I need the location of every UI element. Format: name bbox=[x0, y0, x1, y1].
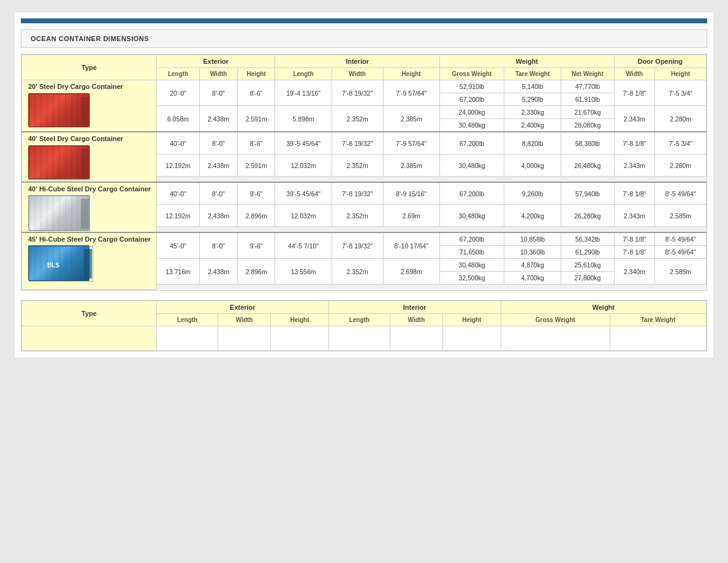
bottom-empty-type bbox=[22, 326, 157, 350]
container-45hc-svg: BLS bbox=[29, 246, 93, 282]
container-40-illustration bbox=[28, 145, 89, 179]
c20-ext-height: 8'-6" bbox=[237, 80, 275, 106]
c20-door-width1: 7'-8 1/8" bbox=[614, 80, 655, 106]
c40hc-ext-width-m: 2.438m bbox=[200, 205, 238, 227]
c40hc-ext-length-m: 12.192m bbox=[157, 205, 200, 227]
c45hc-net1: 56,342lb bbox=[561, 232, 614, 246]
c45hc-gross3: 30,480kg bbox=[439, 259, 504, 272]
svg-rect-44 bbox=[84, 249, 92, 278]
bottom-empty-1 bbox=[157, 326, 218, 350]
c40hc-int-height: 8'-9 15/16" bbox=[383, 182, 439, 205]
door-opening-header: Door Opening bbox=[614, 55, 706, 68]
container-45hc-illustration: BLS bbox=[28, 245, 89, 281]
c20-gross1: 52,910lb bbox=[439, 80, 504, 93]
container-20-label: 20' Steel Dry Cargo Container bbox=[28, 83, 123, 90]
c20-int-height-m: 2.385m bbox=[383, 106, 439, 132]
net-weight-header: Net Weight bbox=[561, 68, 614, 80]
c40hc-tare2: 4,200kg bbox=[504, 205, 561, 227]
c40hc-gross1: 67,200lb bbox=[439, 182, 504, 205]
c45hc-int-length-m: 13.556m bbox=[275, 259, 332, 285]
container-20-image bbox=[28, 93, 89, 127]
c40-door-width1: 7'-8 1/8" bbox=[614, 132, 655, 155]
bottom-table: Type Exterior Interior Weight Length Wid… bbox=[21, 301, 707, 351]
weight-header: Weight bbox=[439, 55, 614, 68]
table-row: 20' Steel Dry Cargo Container bbox=[22, 80, 707, 93]
type-header: Type bbox=[22, 55, 157, 80]
c40hc-ext-height: 9'-6" bbox=[237, 182, 275, 205]
container-40hc-svg bbox=[29, 196, 90, 231]
c20-int-length-m: 5.898m bbox=[275, 106, 332, 132]
c45hc-tare4: 4,700kg bbox=[504, 272, 561, 285]
c40-int-length: 39'-5 45/64" bbox=[275, 132, 332, 155]
c45hc-ext-height: 9'-6" bbox=[237, 232, 275, 259]
container-40hc-image bbox=[28, 196, 89, 229]
c40-gross2: 30,480kg bbox=[439, 155, 504, 177]
ext-length-header: Length bbox=[157, 68, 200, 80]
bottom-int-length-header: Length bbox=[328, 313, 390, 326]
bottom-empty-8 bbox=[610, 326, 706, 350]
c40-ext-width: 8'-0" bbox=[200, 132, 238, 155]
bottom-empty-6 bbox=[442, 326, 501, 350]
c45hc-net4: 27,800kg bbox=[561, 272, 614, 285]
container-40hc-label: 40' Hi-Cube Steel Dry Cargo Container bbox=[28, 185, 151, 193]
c40-ext-length-m: 12.192m bbox=[157, 155, 200, 177]
c40-net2: 26,480kg bbox=[561, 155, 614, 177]
c45hc-int-length: 44'-5 7/10" bbox=[275, 232, 332, 259]
bottom-empty-7 bbox=[501, 326, 610, 350]
door-width-header: Width bbox=[614, 68, 655, 80]
c20-net1: 47,770lb bbox=[561, 80, 614, 93]
exterior-header: Exterior bbox=[157, 55, 275, 68]
container-40-label: 40' Steel Dry Cargo Container bbox=[28, 135, 123, 142]
c45hc-door-height-m: 2.585m bbox=[655, 259, 707, 285]
c45hc-int-width: 7'-8 19/32" bbox=[332, 232, 383, 259]
table-row: 40' Hi-Cube Steel Dry Cargo Container bbox=[22, 182, 707, 205]
c45hc-door-height2: 8'-5 49/64" bbox=[655, 246, 707, 259]
container-20-illustration bbox=[28, 93, 89, 127]
table-row bbox=[22, 326, 707, 350]
c45hc-net3: 25,610kg bbox=[561, 259, 614, 272]
c20-tare4: 2,400kg bbox=[504, 119, 561, 132]
c20-door-width-m: 2.343m bbox=[614, 106, 655, 132]
c45hc-tare2: 10,360lb bbox=[504, 246, 561, 259]
c40-int-width: 7'-8 19/32" bbox=[332, 132, 383, 155]
main-table-wrapper: Type Exterior Interior Weight Door Openi… bbox=[21, 54, 707, 291]
bottom-tare-weight-header: Tare Weight bbox=[610, 313, 706, 326]
c40-gross1: 67,200lb bbox=[439, 132, 504, 155]
c20-door-height1: 7'-5 3/4" bbox=[655, 80, 707, 106]
svg-rect-10 bbox=[81, 97, 89, 124]
bottom-int-height-header: Height bbox=[442, 313, 501, 326]
bottom-empty-4 bbox=[328, 326, 390, 350]
svg-rect-33 bbox=[29, 246, 93, 282]
c40hc-door-width1: 7'-8 1/8" bbox=[614, 182, 655, 205]
table-row: 45' Hi-Cube Steel Dry Cargo Container bbox=[22, 232, 707, 246]
interior-header: Interior bbox=[275, 55, 439, 68]
int-height-header: Height bbox=[383, 68, 439, 80]
top-bar bbox=[21, 18, 707, 23]
tare-weight-header: Tare Weight bbox=[504, 68, 561, 80]
c45hc-tare3: 4,870kg bbox=[504, 259, 561, 272]
c45hc-door-width2: 7'-8 1/8" bbox=[614, 246, 655, 259]
c40-door-height-m: 2.280m bbox=[655, 155, 707, 177]
c45hc-ext-length-m: 13.716m bbox=[157, 259, 200, 285]
bottom-empty-2 bbox=[218, 326, 271, 350]
c20-gross4: 30,480kg bbox=[439, 119, 504, 132]
container-40hc-type: 40' Hi-Cube Steel Dry Cargo Container bbox=[22, 182, 157, 232]
ext-height-header: Height bbox=[237, 68, 275, 80]
c40hc-int-length: 39'-5 45/64" bbox=[275, 182, 332, 205]
c20-ext-height-m: 2.591m bbox=[237, 106, 275, 132]
c40-ext-height-m: 2.591m bbox=[237, 155, 275, 177]
c40-door-width-m: 2.343m bbox=[614, 155, 655, 177]
bottom-gross-weight-header: Gross Weight bbox=[501, 313, 610, 326]
bottom-ext-length-header: Length bbox=[157, 313, 218, 326]
c45hc-int-height: 8'-10 17/64" bbox=[383, 232, 439, 259]
container-40-type: 40' Steel Dry Cargo Container bbox=[22, 132, 157, 182]
container-45hc-label: 45' Hi-Cube Steel Dry Cargo Container bbox=[28, 236, 151, 243]
c20-tare3: 2,330kg bbox=[504, 106, 561, 119]
c20-net2: 61,910lb bbox=[561, 93, 614, 106]
page-title: OCEAN CONTAINER DIMENSIONS bbox=[21, 29, 707, 48]
svg-rect-32 bbox=[81, 199, 89, 228]
c40hc-door-height1: 8'-5 49/64" bbox=[655, 182, 707, 205]
c40-int-height: 7'-9 57/64" bbox=[383, 132, 439, 155]
c40-ext-width-m: 2.438m bbox=[200, 155, 238, 177]
bottom-ext-height-header: Height bbox=[271, 313, 329, 326]
